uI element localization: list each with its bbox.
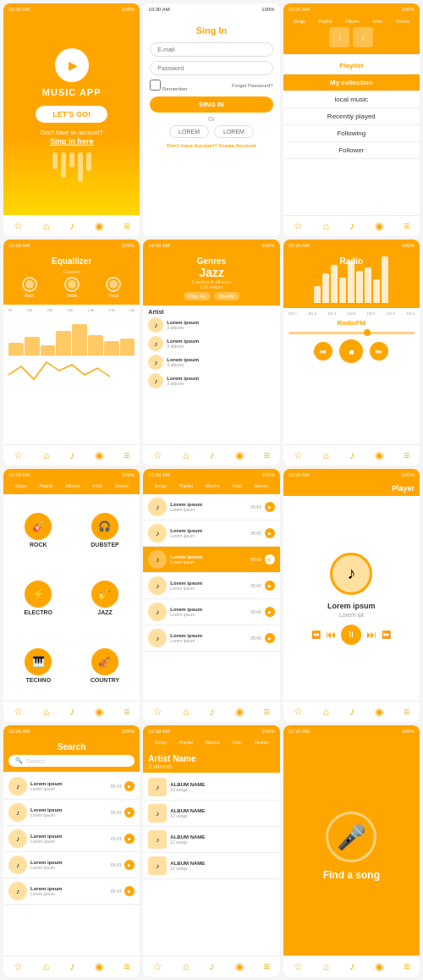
tab-genres[interactable]: Genres: [255, 483, 268, 488]
remember-label[interactable]: Remember: [150, 80, 187, 91]
nav-radio-icon[interactable]: ◉: [95, 449, 103, 461]
search-result-2[interactable]: ♪ Lorem ipsum Lorem ipsum 05:43 ▶: [3, 800, 140, 826]
song-play-btn-5[interactable]: ▶: [265, 607, 275, 617]
song-item-5[interactable]: ♪ Lorem ipsum Lorem ipsum 05:43 ▶: [143, 599, 279, 625]
nav-star-icon[interactable]: ☆: [153, 449, 162, 461]
tab-songs[interactable]: Songs: [294, 19, 305, 24]
nav-menu-icon[interactable]: ≡: [124, 220, 129, 232]
nav-radio-icon[interactable]: ◉: [375, 961, 383, 972]
tab-genres[interactable]: Genres: [255, 740, 268, 745]
artist-item-3[interactable]: ♪ Lorem ipsum 3 albums: [148, 355, 274, 370]
nav-radio-icon[interactable]: ◉: [95, 220, 103, 232]
genre-techno[interactable]: 🎹 TECHNO: [7, 633, 70, 697]
nav-star-icon[interactable]: ☆: [294, 706, 303, 718]
tab-genres[interactable]: Genres: [114, 483, 128, 488]
song-play-btn-1[interactable]: ▶: [265, 502, 275, 512]
tab-genres[interactable]: Genres: [396, 19, 409, 24]
genre-electro[interactable]: ⚡ ELECTRO: [7, 565, 70, 630]
nav-note-icon[interactable]: ♪: [210, 961, 215, 972]
tab-artist[interactable]: Artist: [232, 483, 241, 488]
tab-albums[interactable]: Albums: [345, 19, 360, 24]
search-box[interactable]: 🔍 Search: [8, 755, 135, 767]
lets-go-button[interactable]: LET'S GO!: [36, 106, 107, 123]
nav-menu-icon[interactable]: ≡: [264, 961, 270, 972]
nav-star-icon[interactable]: ☆: [14, 449, 23, 461]
song-play-btn-2[interactable]: ▶: [265, 528, 275, 538]
genre-rock[interactable]: 🎸 ROCK: [7, 498, 70, 562]
email-input[interactable]: [150, 42, 272, 57]
nav-radio-icon[interactable]: ◉: [375, 706, 383, 718]
nav-radio-icon[interactable]: ◉: [95, 961, 103, 972]
nav-home-icon[interactable]: ⌂: [183, 706, 189, 718]
tab-artist[interactable]: Artist: [232, 740, 241, 745]
tab-artist[interactable]: Artist: [92, 483, 102, 488]
nav-note-icon[interactable]: ♪: [349, 961, 354, 972]
playlist-item-recent[interactable]: Recently played: [283, 108, 420, 125]
tab-playlist[interactable]: Playlist: [318, 19, 332, 24]
nav-note-icon[interactable]: ♪: [69, 449, 74, 461]
nav-radio-icon[interactable]: ◉: [375, 220, 383, 232]
tab-artist[interactable]: Artist: [373, 19, 382, 24]
nav-home-icon[interactable]: ⌂: [43, 706, 49, 718]
nav-note-icon[interactable]: ♪: [210, 449, 215, 461]
nav-star-icon[interactable]: ☆: [14, 706, 23, 718]
tab-playlist[interactable]: Playlist: [40, 483, 53, 488]
nav-music-icon[interactable]: ⌂: [43, 220, 49, 232]
genre-dubstep[interactable]: 🎧 DUBSTEP: [74, 498, 137, 562]
nav-home-icon[interactable]: ⌂: [43, 449, 49, 461]
search-play-4[interactable]: ▶: [124, 860, 135, 870]
nav-home-icon[interactable]: ☆: [14, 220, 23, 232]
song-item-2[interactable]: ♪ Lorem ipsum Lorem ipsum 05:43 ▶: [143, 520, 279, 547]
tab-songs[interactable]: Songs: [155, 740, 167, 745]
tab-albums[interactable]: Albums: [65, 483, 80, 488]
knob-vocal[interactable]: Vocal: [106, 277, 121, 298]
nav-note-icon[interactable]: ♪: [349, 706, 354, 718]
song-play-btn-3[interactable]: ⏸: [265, 554, 275, 564]
nav-star-icon[interactable]: ☆: [294, 220, 303, 232]
nav-menu-icon[interactable]: ≡: [404, 706, 409, 718]
song-item-3-playing[interactable]: ♪ Lorem ipsum Lorem ipsum 05:43 ⏸: [143, 547, 279, 573]
nav-menu-icon[interactable]: ≡: [404, 449, 409, 461]
social-btn-2[interactable]: LOREM: [214, 125, 254, 138]
signin-link[interactable]: Sing in here: [50, 137, 94, 146]
create-account-link[interactable]: Create Account: [219, 143, 256, 148]
playlist-item-follower[interactable]: Follower: [283, 142, 420, 159]
album-item-2[interactable]: ♪ ALBUM NAME 12 songs: [143, 801, 279, 827]
player-pause-button[interactable]: ⏸: [341, 625, 361, 645]
player-forward-button[interactable]: ⏩: [382, 630, 391, 639]
playlist-item-following[interactable]: Following: [283, 125, 420, 142]
nav-star-icon[interactable]: ☆: [153, 706, 162, 718]
artist-item-4[interactable]: ♪ Lorem ipsum 3 albums: [148, 373, 274, 388]
search-result-5[interactable]: ♪ Lorem ipsum Lorem ipsum 05:43 ▶: [3, 878, 140, 905]
search-play-2[interactable]: ▶: [124, 807, 135, 818]
nav-note-icon[interactable]: ♪: [210, 706, 215, 718]
nav-note-icon[interactable]: ♪: [69, 220, 74, 232]
song-item-1[interactable]: ♪ Lorem ipsum Lorem ipsum 05:43 ▶: [143, 494, 279, 520]
album-item-3[interactable]: ♪ ALBUM NAME 12 songs: [143, 827, 279, 853]
remember-checkbox[interactable]: [150, 80, 161, 91]
nav-menu-icon[interactable]: ≡: [264, 706, 270, 718]
playlist-item-local[interactable]: local music: [283, 91, 420, 108]
nav-menu-icon[interactable]: ≡: [124, 961, 129, 972]
signin-button[interactable]: SING IN: [150, 96, 272, 113]
tab-playlist[interactable]: Playlist: [179, 740, 193, 745]
knob-bass[interactable]: Bass: [22, 277, 37, 298]
knob-vocal-dial[interactable]: [106, 277, 121, 292]
radio-stop-button[interactable]: ■: [339, 339, 363, 363]
knob-treble-dial[interactable]: [64, 277, 80, 292]
radio-slider[interactable]: [288, 332, 415, 334]
tab-songs[interactable]: Songs: [14, 483, 26, 488]
social-btn-1[interactable]: LOREM: [169, 125, 209, 138]
nav-home-icon[interactable]: ⌂: [183, 449, 189, 461]
song-item-6[interactable]: ♪ Lorem ipsum Lorem ipsum 05:43 ▶: [143, 625, 279, 652]
radio-prev-button[interactable]: ⏮: [314, 342, 332, 361]
nav-menu-icon[interactable]: ≡: [404, 220, 409, 232]
nav-star-icon[interactable]: ☆: [294, 449, 303, 461]
search-play-5[interactable]: ▶: [124, 886, 135, 896]
artist-item-1[interactable]: ♪ Lorem ipsum 3 albums: [148, 317, 274, 333]
nav-home-icon[interactable]: ⌂: [323, 961, 329, 972]
nav-radio-icon[interactable]: ◉: [375, 449, 383, 461]
nav-note-icon[interactable]: ♪: [69, 961, 74, 972]
nav-note-icon[interactable]: ♪: [349, 220, 354, 232]
search-result-3[interactable]: ♪ Lorem ipsum Lorem ipsum 05:43 ▶: [3, 826, 140, 852]
